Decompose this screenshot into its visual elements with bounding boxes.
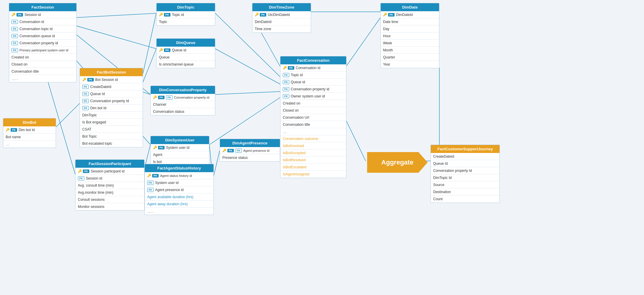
factconversation-url: Conversation Url — [283, 115, 309, 120]
factbotsession-row-pk: 🔑 PK Bot Session id — [80, 76, 143, 83]
dimdate-month: Month — [383, 48, 393, 52]
dimqueue-row-pk: 🔑 PK Queue id — [157, 47, 215, 54]
key-icon: 🔑 — [159, 13, 163, 17]
pk-badge: PK — [83, 169, 89, 173]
dimdate-week: Week — [383, 41, 392, 45]
diagentpresence-row-pk: 🔑 PK FK Agent presence id — [220, 147, 280, 154]
svg-line-13 — [56, 103, 80, 127]
factsession-created-on: Created on — [12, 55, 29, 59]
dimdate-hour: Hour — [383, 34, 391, 38]
factbotsession-csat: CSAT — [82, 127, 91, 131]
factcustomersupportjourney-body: CreateDateId Queue Id Conversation prope… — [431, 153, 500, 203]
dimqueue-queue-id: Queue id — [172, 48, 186, 52]
dimsystemuser-agent: Agent — [153, 153, 162, 157]
fk-badge: FK — [12, 41, 18, 45]
dimconversationproperty-row-status: Conversation status — [151, 108, 215, 115]
factconversation-row-fk3: FK Conversation property id — [280, 86, 346, 93]
factbotsession-row-botescalated: Bot escalated topic — [80, 140, 143, 147]
factsession-row-fk1: FK Conversation id — [9, 18, 76, 25]
dimbot-body: 🔑 PK Dim bot Id Bot name ... — [3, 126, 56, 148]
factbotsession-row-fk1: FK CreateDateId — [80, 83, 143, 90]
fk-badge: FK — [12, 48, 18, 52]
dimconversationproperty-row-channel: Channel — [151, 101, 215, 108]
factconversation-id: Conversation id — [296, 66, 320, 70]
factbotsession-row-fk2: FK Queue Id — [80, 90, 143, 97]
factsessionparticipant-session-id: Session id — [86, 176, 102, 180]
factbotsession-createdateid: CreateDateId — [90, 85, 111, 89]
factbotsession-dimbot-id: Dim bot Id — [90, 106, 106, 110]
factconversation-row-botresolved: IsBotResolved — [280, 157, 346, 164]
factbotsession-body: 🔑 PK Bot Session id FK CreateDateId FK Q… — [80, 76, 143, 147]
factbotsession-row-dimtopic: DimTopic — [80, 112, 143, 119]
fk-badge: FK — [82, 85, 89, 89]
dimdate-row-datetime: Date time — [381, 18, 439, 25]
factagentstatushistory-header: FactAgentStatusHistory — [145, 164, 213, 172]
factsession-conversation-property-id: Conversation property id — [19, 41, 58, 45]
factsession-closed-on: Closed on — [12, 62, 27, 66]
dimconversationproperty-status: Conversation status — [153, 110, 184, 114]
factcustomersupportjourney-row-source: Source — [431, 181, 500, 188]
factbotsession-dimtopic: DimTopic — [82, 113, 97, 117]
factcustomersupportjourney-createdateid: CreateDateId — [433, 154, 454, 159]
factsession-body: 🔑 PK Session id FK Conversation id FK Co… — [9, 11, 76, 82]
dimbot-row-pk: 🔑 PK Dim bot Id — [3, 126, 56, 133]
dimdate-dateid: DimDateId — [396, 13, 413, 17]
factcustomersupportjourney-row-topicid: DimTopic Id — [431, 174, 500, 181]
factsession-conversation-title: Conversation title — [12, 69, 39, 74]
dimbot-header: DimBot — [3, 118, 56, 126]
entity-factbotsession: FactBotSession 🔑 PK Bot Session id FK Cr… — [80, 68, 143, 147]
factbotsession-botescalated: Bot escalated topic — [82, 141, 112, 146]
dimbot-id: Dim bot Id — [19, 128, 35, 132]
diagentpresence-body: 🔑 PK FK Agent presence id Presence statu… — [220, 147, 280, 161]
dimtimezone-timezone: Time zone — [255, 27, 271, 31]
factconversation-topic-id: Topic id — [291, 73, 303, 77]
dimdate-header: DimDate — [381, 3, 439, 11]
factsession-row-title: Conversation title — [9, 68, 76, 75]
dimconversationproperty-header: DimConversationProperty — [151, 86, 215, 94]
pk-badge: PK — [11, 128, 17, 132]
factbotsession-session-id: Bot Session id — [95, 78, 118, 82]
dimtopic-topic-id: Topic id — [172, 13, 184, 17]
dimconversationproperty-row-pk: 🔑 PK FK Conversation property id — [151, 94, 215, 101]
pk-badge: PK — [227, 149, 234, 152]
dimsystemuser-system-user-id: System user id — [166, 146, 189, 150]
factcustomersupportjourney-source: Source — [433, 183, 444, 187]
factsessionparticipant-row-monitor: Avg.monitor time (min) — [75, 189, 144, 196]
key-icon: 🔑 — [78, 169, 82, 173]
factbotsession-property-id: Conversation property Id — [90, 99, 129, 103]
factsession-row-pk: 🔑 PK Session id — [9, 11, 76, 18]
factsession-conversation-topic-id: Conversation topic id — [19, 27, 52, 31]
factsessionparticipant-row-pk: 🔑 PK Session participant id — [75, 168, 144, 175]
factconversation-botinvolved: IsBotInvolved — [283, 144, 304, 148]
factagentstatushistory-row-fk1: FK System user id — [145, 179, 213, 186]
diagram-canvas: FactSession 🔑 PK Session id FK Conversat… — [0, 0, 644, 295]
factsession-conversation-id: Conversation id — [19, 20, 44, 24]
fk-badge: FK — [12, 20, 18, 24]
dimqueue-header: DimQueue — [157, 39, 215, 47]
factsessionparticipant-consult-sessions: Consult sessions — [78, 198, 105, 202]
dimtimezone-body: 🔑 PK UtcDimDateId DimDateId Time zone — [252, 11, 311, 32]
factconversation-property-id: Conversation property id — [291, 87, 329, 91]
dimdate-year: Year — [383, 62, 390, 66]
factconversation-row-fk4: FK Owner system user id — [280, 93, 346, 100]
dimdate-quarter: Quarter — [383, 55, 395, 59]
dimtimezone-row-pk: 🔑 PK UtcDimDateId — [252, 11, 311, 18]
pk-badge: PK — [260, 13, 266, 17]
dimtimezone-row-timezone: Time zone — [252, 25, 311, 32]
svg-line-5 — [215, 49, 280, 84]
factcustomersupportjourney-row-count: Count — [431, 195, 500, 203]
factsessionparticipant-consult-time: Avg. consult time (min) — [78, 183, 114, 188]
factconversation-created-on: Created on — [283, 101, 300, 105]
factagentstatushistory-available: Agent avaliable duration (hrs) — [147, 195, 193, 199]
dimdate-datetime: Date time — [383, 20, 398, 24]
factsessionparticipant-body: 🔑 PK Session participant id FK Session i… — [75, 168, 144, 210]
factconversation-botresolved: IsBotResolved — [283, 158, 305, 162]
fk-badge: FK — [147, 188, 154, 192]
factsessionparticipant-row-consultsessions: Consult sessions — [75, 196, 144, 203]
entity-factconversation: FactConversation 🔑 PK Conversation id FK… — [280, 56, 346, 178]
factconversation-title: Conversation title — [283, 123, 310, 127]
entity-diagentpresence: DimAgentPresence 🔑 PK FK Agent presence … — [220, 139, 280, 162]
dimqueue-omnichannel: Is omnichannel queue — [159, 62, 193, 66]
fk-badge: FK — [283, 80, 289, 84]
factagentstatushistory-row-pk: 🔑 PK Agent status history id — [145, 172, 213, 179]
